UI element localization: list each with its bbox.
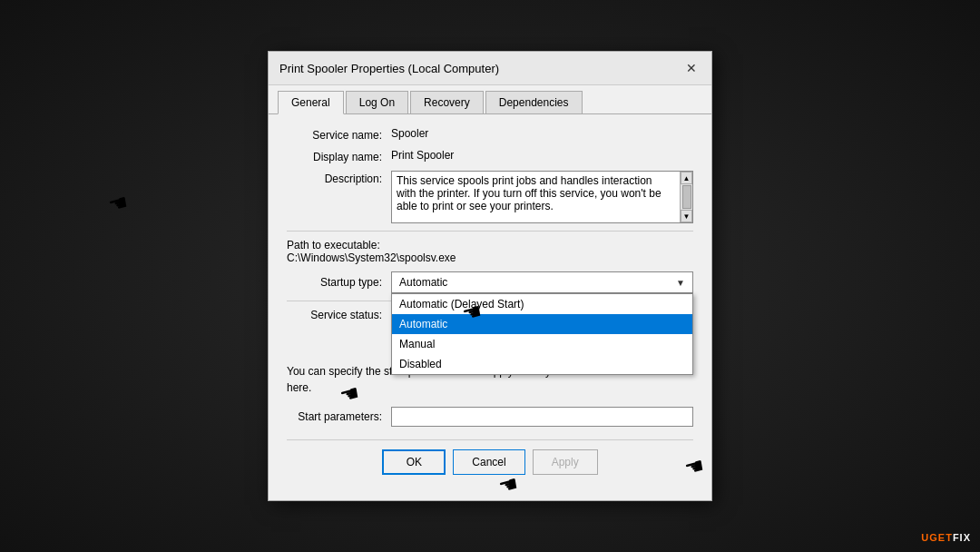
ok-button[interactable]: OK xyxy=(382,449,446,475)
tab-bar: General Log On Recovery Dependencies xyxy=(269,85,711,114)
service-name-value: Spooler xyxy=(391,127,693,140)
scroll-thumb[interactable] xyxy=(682,185,691,209)
service-name-label: Service name: xyxy=(287,127,391,142)
tab-dependencies[interactable]: Dependencies xyxy=(485,91,583,113)
description-label: Description: xyxy=(287,171,391,185)
bottom-divider xyxy=(287,439,693,440)
startup-dropdown-menu: Automatic (Delayed Start) Automatic Manu… xyxy=(391,293,693,375)
path-section: Path to executable: C:\Windows\System32\… xyxy=(287,239,693,264)
tab-recovery[interactable]: Recovery xyxy=(410,91,484,113)
path-value: C:\Windows\System32\spoolsv.exe xyxy=(287,251,693,264)
path-label: Path to executable: xyxy=(287,239,693,251)
startup-option-automatic[interactable]: Automatic xyxy=(392,314,692,334)
startup-option-delayed[interactable]: Automatic (Delayed Start) xyxy=(392,294,692,314)
description-scrollbar[interactable]: ▲ ▼ xyxy=(680,172,692,222)
watermark-prefix: UGET xyxy=(921,532,953,543)
display-name-label: Display name: xyxy=(287,149,391,163)
title-bar: Print Spooler Properties (Local Computer… xyxy=(269,52,711,85)
start-params-label: Start parameters: xyxy=(287,410,391,423)
startup-option-manual[interactable]: Manual xyxy=(392,334,692,354)
tab-logon[interactable]: Log On xyxy=(346,91,408,113)
service-status-label: Service status: xyxy=(287,309,391,321)
startup-dropdown-container: Automatic ▼ Automatic (Delayed Start) Au… xyxy=(391,271,693,293)
startup-selected-value: Automatic xyxy=(399,276,447,289)
display-name-value: Print Spooler xyxy=(391,149,693,162)
startup-type-row: Startup type: Automatic ▼ Automatic (Del… xyxy=(287,271,693,293)
dialog-title: Print Spooler Properties (Local Computer… xyxy=(279,62,499,75)
startup-option-disabled[interactable]: Disabled xyxy=(392,354,692,374)
start-params-row: Start parameters: xyxy=(287,407,693,427)
apply-button[interactable]: Apply xyxy=(533,449,598,475)
dialog-window: Print Spooler Properties (Local Computer… xyxy=(268,51,712,501)
footer-buttons: OK Cancel Apply xyxy=(287,449,693,488)
cancel-button[interactable]: Cancel xyxy=(453,449,524,475)
description-box: This service spools print jobs and handl… xyxy=(391,171,693,223)
tab-general[interactable]: General xyxy=(278,91,344,114)
scroll-up-arrow[interactable]: ▲ xyxy=(681,172,692,184)
dropdown-arrow-icon: ▼ xyxy=(676,278,685,288)
divider-1 xyxy=(287,231,693,232)
dialog-content: Service name: Spooler Display name: Prin… xyxy=(269,114,711,500)
startup-dropdown-button[interactable]: Automatic ▼ xyxy=(391,271,693,293)
watermark: UGETFIX xyxy=(921,532,971,543)
scroll-down-arrow[interactable]: ▼ xyxy=(681,210,692,222)
startup-label: Startup type: xyxy=(287,276,391,289)
start-params-input[interactable] xyxy=(391,407,693,427)
description-row: Description: This service spools print j… xyxy=(287,171,693,223)
display-name-row: Display name: Print Spooler xyxy=(287,149,693,163)
service-name-row: Service name: Spooler xyxy=(287,127,693,142)
description-text: This service spools print jobs and handl… xyxy=(397,174,688,212)
watermark-suffix: FIX xyxy=(953,532,971,543)
close-button[interactable]: ✕ xyxy=(682,59,701,77)
